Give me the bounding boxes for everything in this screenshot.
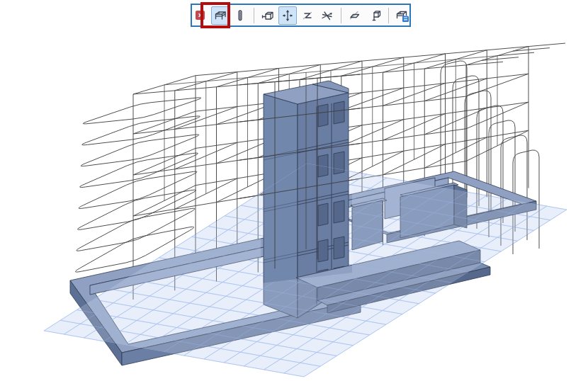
cube-pin-icon: [368, 8, 382, 23]
rotate-free-button[interactable]: [318, 6, 337, 25]
open-settings-button[interactable]: [393, 6, 412, 25]
move-structure-button[interactable]: [211, 6, 230, 25]
close-icon[interactable]: x: [196, 11, 205, 20]
model-3d-view[interactable]: [0, 0, 588, 381]
stretch-height-button[interactable]: [231, 6, 249, 25]
toolbar-separator: [254, 8, 254, 23]
drag-element-button[interactable]: [259, 6, 277, 25]
toolbar-separator: [388, 8, 389, 23]
move-3d-button[interactable]: [278, 6, 297, 25]
parallelogram-icon: [348, 8, 362, 23]
toolbar-separator: [341, 8, 341, 23]
table-settings-icon: [395, 8, 409, 23]
skew-button[interactable]: [346, 6, 364, 25]
edit-pet-palette[interactable]: x: [191, 4, 411, 27]
table-3d-icon: [213, 8, 227, 23]
crossed-arrows-icon: [320, 8, 334, 23]
z-skew-icon: [300, 8, 315, 23]
move-arrows-icon: [281, 8, 295, 23]
pill-icon: [233, 8, 247, 23]
cube-pull-icon: [261, 8, 275, 23]
viewport-3d[interactable]: x: [0, 0, 588, 381]
stretch-skew-button[interactable]: [298, 6, 317, 25]
elevate-button[interactable]: [366, 6, 384, 25]
